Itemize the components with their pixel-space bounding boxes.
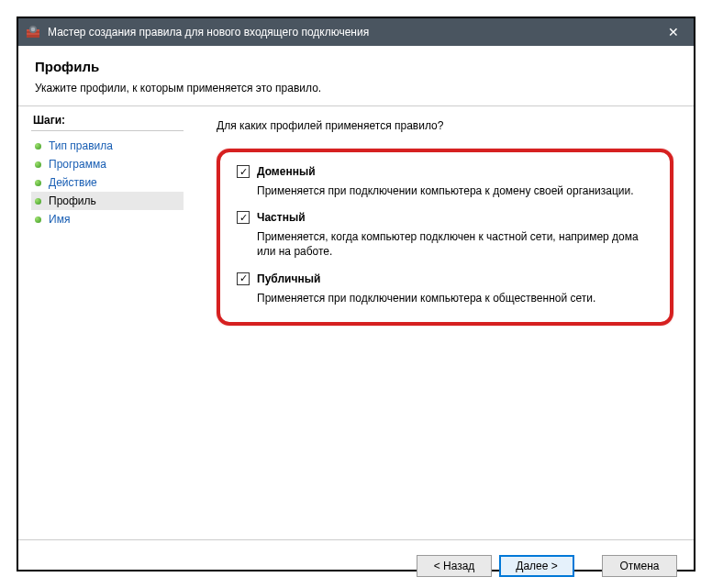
footer: < Назад Далее > Отмена xyxy=(18,540,694,588)
checkmark-icon: ✓ xyxy=(237,165,250,178)
firewall-icon xyxy=(26,25,40,39)
bullet-icon xyxy=(35,161,41,168)
back-button[interactable]: < Назад xyxy=(417,555,492,577)
highlight-box: ✓ Доменный Применяется при подключении к… xyxy=(217,149,673,326)
page-title: Профиль xyxy=(35,59,677,74)
close-icon: ✕ xyxy=(668,25,679,39)
checkmark-icon: ✓ xyxy=(237,272,250,285)
bullet-icon xyxy=(35,198,41,205)
checkbox-description: Применяется при подключении компьютера к… xyxy=(257,183,653,198)
checkbox-domain[interactable]: ✓ Доменный xyxy=(237,165,653,178)
titlebar: Мастер создания правила для нового входя… xyxy=(18,18,694,46)
step-label: Имя xyxy=(49,213,70,226)
close-button[interactable]: ✕ xyxy=(652,18,694,46)
step-label: Тип правила xyxy=(49,139,113,152)
checkbox-label: Частный xyxy=(257,211,306,224)
checkbox-description: Применяется, когда компьютер подключен к… xyxy=(257,229,653,259)
svg-rect-2 xyxy=(27,33,39,35)
checkbox-label: Публичный xyxy=(257,272,320,285)
wizard-body: Шаги: Тип правила Программа Действие Про… xyxy=(18,106,694,539)
bullet-icon xyxy=(35,180,41,186)
page-subtitle: Укажите профили, к которым применяется э… xyxy=(35,82,677,94)
steps-heading: Шаги: xyxy=(31,114,191,127)
next-button[interactable]: Далее > xyxy=(499,555,574,577)
bullet-icon xyxy=(35,143,41,150)
window-title: Мастер создания правила для нового входя… xyxy=(48,26,652,39)
checkmark-icon: ✓ xyxy=(237,211,250,224)
checkbox-description: Применяется при подключении компьютера к… xyxy=(257,291,653,305)
sidebar-divider xyxy=(31,130,184,131)
step-label: Профиль xyxy=(49,194,96,207)
main-panel: Для каких профилей применяется правило? … xyxy=(191,106,694,539)
checkbox-private-row: ✓ Частный Применяется, когда компьютер п… xyxy=(237,211,653,259)
step-rule-type[interactable]: Тип правила xyxy=(31,137,184,155)
checkbox-private[interactable]: ✓ Частный xyxy=(237,211,653,224)
step-label: Действие xyxy=(49,176,97,189)
profile-prompt: Для каких профилей применяется правило? xyxy=(217,119,673,132)
checkbox-label: Доменный xyxy=(257,165,316,178)
cancel-button[interactable]: Отмена xyxy=(602,555,677,577)
step-label: Программа xyxy=(49,158,106,171)
step-profile[interactable]: Профиль xyxy=(31,192,184,210)
checkbox-public-row: ✓ Публичный Применяется при подключении … xyxy=(237,272,653,305)
checkbox-public[interactable]: ✓ Публичный xyxy=(237,272,653,285)
step-name[interactable]: Имя xyxy=(31,210,184,228)
steps-sidebar: Шаги: Тип правила Программа Действие Про… xyxy=(18,106,191,539)
checkbox-domain-row: ✓ Доменный Применяется при подключении к… xyxy=(237,165,653,198)
wizard-window: Мастер создания правила для нового входя… xyxy=(17,17,695,571)
step-program[interactable]: Программа xyxy=(31,155,184,173)
svg-point-4 xyxy=(31,28,36,32)
page-header: Профиль Укажите профили, к которым приме… xyxy=(18,46,694,105)
step-action[interactable]: Действие xyxy=(31,173,184,192)
bullet-icon xyxy=(35,216,41,223)
